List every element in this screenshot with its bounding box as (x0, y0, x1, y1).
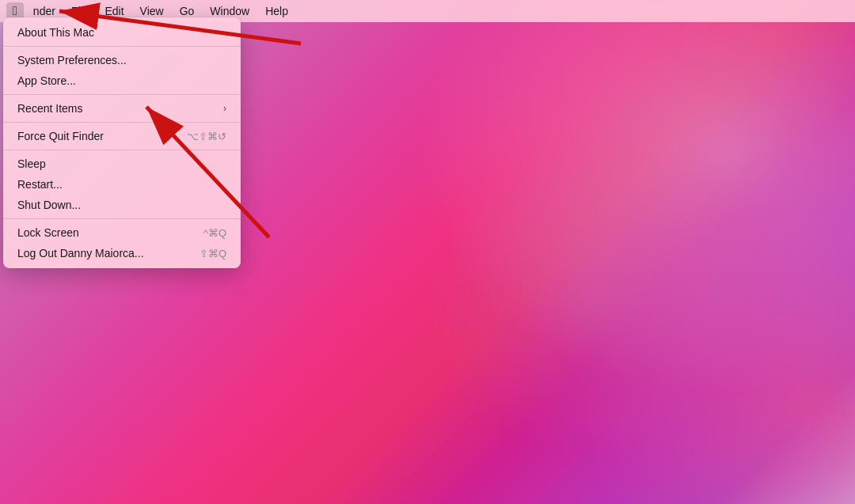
menu-item-app-store-label: App Store... (17, 74, 76, 87)
menubar-item-finder[interactable]: nder (27, 3, 62, 19)
separator-1 (3, 46, 241, 47)
recent-items-chevron-icon: › (223, 103, 226, 114)
apple-dropdown-menu: About This Mac System Preferences... App… (3, 17, 241, 268)
menu-item-logout[interactable]: Log Out Danny Maiorca... ⇧⌘Q (3, 243, 241, 263)
separator-3 (3, 122, 241, 123)
menubar-item-edit[interactable]: Edit (98, 3, 130, 19)
logout-shortcut: ⇧⌘Q (200, 248, 226, 260)
force-quit-shortcut: ⌥⇧⌘↺ (187, 131, 226, 142)
menu-item-recent-items[interactable]: Recent Items › (3, 98, 241, 119)
menu-item-sleep[interactable]: Sleep (3, 153, 241, 174)
menu-item-sleep-label: Sleep (17, 157, 46, 170)
menu-item-app-store[interactable]: App Store... (3, 70, 241, 91)
menu-item-force-quit[interactable]: Force Quit Finder ⌥⇧⌘↺ (3, 126, 241, 146)
menu-item-lock-screen-label: Lock Screen (17, 226, 79, 239)
menu-item-restart[interactable]: Restart... (3, 174, 241, 195)
menubar-item-view[interactable]: View (134, 3, 170, 19)
menubar-item-go[interactable]: Go (173, 3, 201, 19)
separator-5 (3, 218, 241, 219)
menu-item-lock-screen[interactable]: Lock Screen ^⌘Q (3, 222, 241, 243)
menu-item-recent-items-label: Recent Items (17, 102, 82, 115)
menubar-item-window[interactable]: Window (203, 3, 256, 19)
separator-2 (3, 94, 241, 95)
menu-item-shutdown-label: Shut Down... (17, 199, 81, 211)
menu-item-system-prefs-label: System Preferences... (17, 54, 127, 66)
menubar-item-help[interactable]: Help (259, 3, 294, 19)
menu-item-about[interactable]: About This Mac (3, 22, 241, 43)
menu-item-logout-label: Log Out Danny Maiorca... (17, 247, 144, 260)
menu-item-force-quit-label: Force Quit Finder (17, 130, 104, 142)
menu-item-shutdown[interactable]: Shut Down... (3, 195, 241, 215)
separator-4 (3, 150, 241, 150)
menu-item-system-prefs[interactable]: System Preferences... (3, 50, 241, 70)
menu-item-about-label: About This Mac (17, 26, 94, 39)
menu-item-restart-label: Restart... (17, 178, 63, 191)
lock-screen-shortcut: ^⌘Q (203, 227, 226, 239)
menubar-item-file[interactable]: File (65, 3, 96, 19)
